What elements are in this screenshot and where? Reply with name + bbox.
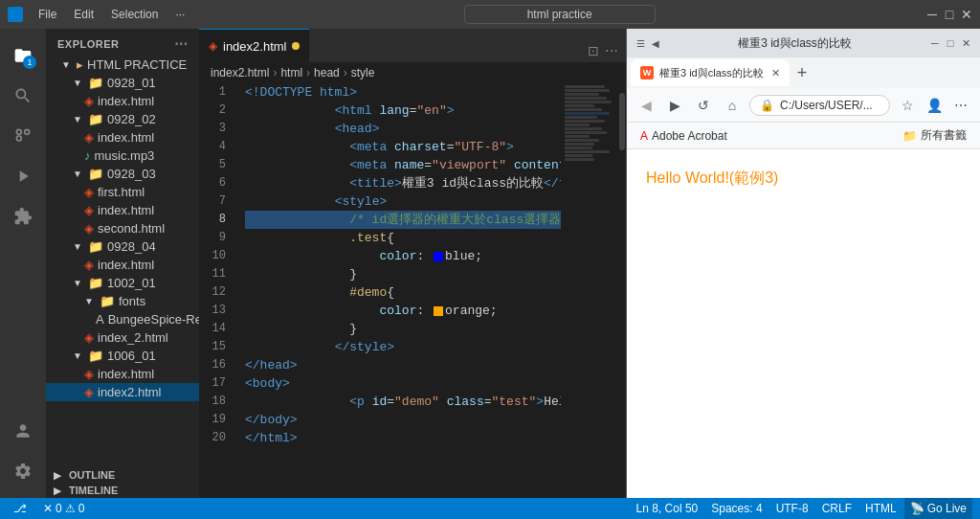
- status-encoding[interactable]: UTF-8: [770, 498, 814, 519]
- browser-minimize[interactable]: ─: [928, 36, 942, 50]
- browser-profile-icon[interactable]: 👤: [923, 94, 946, 117]
- status-git-branch[interactable]: ⎇: [8, 498, 35, 519]
- browser-restore[interactable]: □: [944, 36, 957, 50]
- extensions-icon[interactable]: [4, 197, 42, 236]
- more-actions-icon[interactable]: ⋯: [605, 43, 618, 58]
- outline-section[interactable]: ▶ OUTLINE: [46, 467, 199, 483]
- position-text: Ln 8, Col 50: [636, 502, 699, 515]
- split-editor-icon[interactable]: ⊡: [588, 43, 599, 58]
- browser-hello-text: Hello World!(範例3): [646, 169, 778, 186]
- file-index2-1006[interactable]: ◈ index2.html: [46, 383, 199, 401]
- browser-back-button[interactable]: ◀: [635, 94, 657, 117]
- vscode-icon: [8, 7, 23, 22]
- code-content[interactable]: <!DOCTYPE html> <html lang="en"> <head> …: [237, 83, 561, 498]
- outline-arrow: ▶: [54, 470, 69, 481]
- folder-0928-02[interactable]: ▼ 📁 0928_02: [46, 110, 199, 128]
- status-language[interactable]: HTML: [859, 498, 902, 519]
- folder-1006-01[interactable]: ▼ 📁 1006_01: [46, 347, 199, 365]
- status-position[interactable]: Ln 8, Col 50: [631, 498, 704, 519]
- status-line-ending[interactable]: CRLF: [816, 498, 858, 519]
- html-icon-1006: ◈: [84, 367, 94, 381]
- menu-edit[interactable]: Edit: [66, 6, 101, 23]
- root-folder[interactable]: ▼ ▸ HTML PRACTICE: [46, 56, 199, 74]
- browser-forward-button[interactable]: ▶: [663, 94, 686, 117]
- file-index-1006[interactable]: ◈ index.html: [46, 365, 199, 383]
- browser-collapse-icon[interactable]: ◀: [650, 37, 661, 49]
- new-tab-button[interactable]: +: [791, 63, 813, 83]
- explorer-icon[interactable]: 1: [4, 36, 42, 75]
- encoding-text: UTF-8: [776, 502, 809, 515]
- breadcrumb-html[interactable]: html: [280, 66, 302, 79]
- vertical-scrollbar[interactable]: [618, 83, 626, 498]
- timeline-section[interactable]: ▶ TIMELINE: [46, 483, 199, 498]
- source-control-icon[interactable]: [4, 117, 42, 155]
- browser-tab-active[interactable]: W 權重3 id與class的比較 ✕: [631, 59, 790, 86]
- run-icon[interactable]: [4, 157, 42, 195]
- browser-refresh-button[interactable]: ↺: [692, 94, 715, 117]
- folder-fonts-icon: 📁: [100, 294, 115, 308]
- search-bar[interactable]: html practice: [464, 5, 656, 24]
- file-index-1006-label: index.html: [98, 367, 154, 381]
- outline-label: OUTLINE: [69, 469, 115, 481]
- breadcrumb-head[interactable]: head: [314, 66, 340, 79]
- editor-area: ◈ index2.html ⊡ ⋯ index2.html › html › h…: [199, 29, 626, 498]
- minimize-button[interactable]: ─: [926, 9, 938, 20]
- bookmark-all[interactable]: 📁 所有書籤: [897, 125, 972, 146]
- breadcrumb-file[interactable]: index2.html: [211, 66, 269, 79]
- folder-1006-01-label: 1006_01: [107, 349, 156, 363]
- browser-close[interactable]: ✕: [959, 36, 972, 50]
- code-editor: 1 2 3 4 5 6 7 8 9 10 11 12 13 14 15 16 1…: [199, 83, 626, 498]
- menu-selection[interactable]: Selection: [103, 6, 166, 23]
- status-golive[interactable]: 📡 Go Live: [904, 498, 972, 519]
- ln-19: 19: [199, 411, 226, 429]
- bookmark-adobe[interactable]: A Adobe Acrobat: [635, 127, 733, 145]
- ln-1: 1: [199, 83, 226, 102]
- tab-right-icons: ⊡ ⋯: [588, 43, 626, 62]
- browser-home-button[interactable]: ⌂: [721, 94, 744, 117]
- menu-file[interactable]: File: [31, 6, 64, 23]
- minimap-content: [561, 83, 618, 164]
- tab-index2[interactable]: ◈ index2.html: [199, 29, 309, 62]
- status-errors[interactable]: ✕ 0 ⚠ 0: [37, 498, 90, 519]
- status-spaces[interactable]: Spaces: 4: [705, 498, 768, 519]
- file-index-2[interactable]: ◈ index_2.html: [46, 328, 199, 347]
- file-index-04[interactable]: ◈ index.html: [46, 256, 199, 274]
- menu-more[interactable]: ···: [167, 6, 192, 23]
- file-index-03[interactable]: ◈ index.html: [46, 201, 199, 219]
- folder-0928-04-arrow: ▼: [73, 241, 88, 252]
- ln-2: 2: [199, 102, 226, 120]
- language-text: HTML: [865, 502, 897, 515]
- search-icon[interactable]: [4, 77, 42, 115]
- sidebar-header: EXPLORER ⋯: [46, 29, 199, 56]
- folder-0928-03[interactable]: ▼ 📁 0928_03: [46, 165, 199, 183]
- file-bungee[interactable]: A BungeeSpice-Regu...: [46, 310, 199, 328]
- breadcrumb-style[interactable]: style: [351, 66, 375, 79]
- file-second[interactable]: ◈ second.html: [46, 219, 199, 237]
- warning-count: 0: [78, 502, 85, 515]
- file-music[interactable]: ♪ music.mp3: [46, 147, 199, 165]
- browser-menu-icon[interactable]: ☰: [635, 37, 646, 49]
- folder-0928-04-icon: 📁: [88, 239, 103, 254]
- maximize-button[interactable]: □: [944, 9, 955, 20]
- file-first[interactable]: ◈ first.html: [46, 183, 199, 201]
- file-index-02[interactable]: ◈ index.html: [46, 128, 199, 147]
- new-file-icon[interactable]: ⋯: [174, 36, 189, 52]
- folder-0928-04[interactable]: ▼ 📁 0928_04: [46, 237, 199, 256]
- settings-icon[interactable]: [4, 452, 42, 490]
- folder-fonts[interactable]: ▼ 📁 fonts: [46, 292, 199, 310]
- adobe-favicon: A: [640, 129, 648, 143]
- line-numbers: 1 2 3 4 5 6 7 8 9 10 11 12 13 14 15 16 1…: [199, 83, 237, 498]
- close-button[interactable]: ✕: [961, 9, 972, 20]
- folder-0928-01[interactable]: ▼ 📁 0928_01: [46, 74, 199, 92]
- folder-arrow: ▼: [61, 59, 77, 70]
- browser-tab-close-btn[interactable]: ✕: [771, 67, 780, 79]
- file-index-2-label: index_2.html: [98, 330, 168, 345]
- browser-more-icon[interactable]: ⋯: [949, 94, 972, 117]
- folder-1002-01[interactable]: ▼ 📁 1002_01: [46, 274, 199, 292]
- file-index-01[interactable]: ◈ index.html: [46, 92, 199, 110]
- browser-star-icon[interactable]: ☆: [896, 94, 919, 117]
- browser-address-bar[interactable]: 🔒 C:/Users/USER/...: [749, 95, 890, 116]
- timeline-arrow: ▶: [54, 485, 69, 496]
- folder-fonts-arrow: ▼: [84, 296, 100, 306]
- account-icon[interactable]: [4, 412, 42, 450]
